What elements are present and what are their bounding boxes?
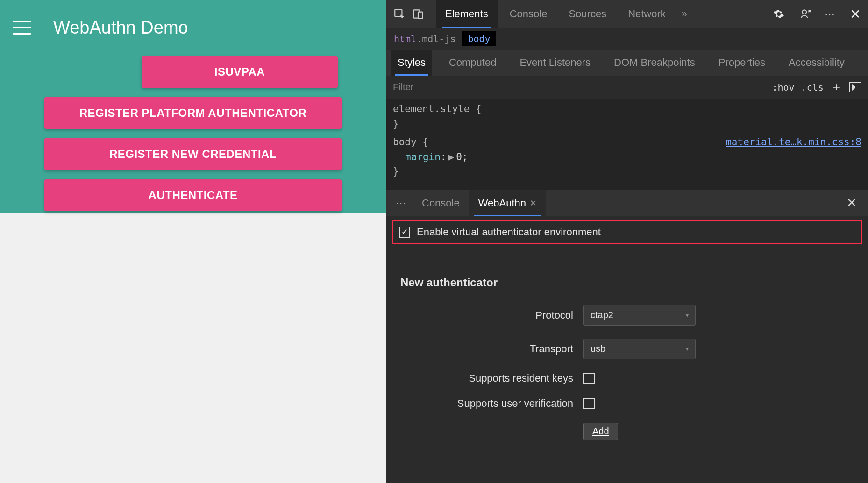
enable-virtual-authenticator-label: Enable virtual authenticator environment	[417, 226, 601, 238]
close-devtools-icon[interactable]: ✕	[847, 6, 863, 22]
expand-shorthand-icon[interactable]: ▶	[448, 151, 455, 163]
styles-rules: element.style { } body { material.te…k.m…	[386, 99, 868, 190]
app-header: WebAuthn Demo ISUVPAA REGISTER PLATFORM …	[0, 0, 386, 213]
svg-point-3	[802, 10, 806, 14]
enable-virtual-authenticator-row: Enable virtual authenticator environment	[392, 220, 862, 244]
tab-network[interactable]: Network	[619, 0, 675, 28]
devtools-top-right: ⋯ ✕	[770, 6, 863, 22]
settings-icon[interactable]	[770, 6, 787, 22]
webauthn-panel: Enable virtual authenticator environment…	[386, 216, 868, 483]
button-stack: ISUVPAA REGISTER PLATFORM AUTHENTICATOR …	[0, 56, 386, 211]
css-property[interactable]: margin	[405, 151, 441, 163]
breadcrumb-html[interactable]: html.mdl-js	[394, 33, 455, 44]
toggle-computed-sidebar-icon[interactable]	[849, 82, 861, 92]
webauthn-demo-app: WebAuthn Demo ISUVPAA REGISTER PLATFORM …	[0, 0, 386, 483]
menu-icon[interactable]	[13, 21, 31, 35]
app-title-row: WebAuthn Demo	[0, 11, 386, 44]
drawer-more-icon[interactable]: ⋯	[391, 197, 413, 209]
rule-body[interactable]: body { material.te…k.min.css:8 margin:▶0…	[393, 135, 861, 179]
isuvpaa-button[interactable]: ISUVPAA	[142, 56, 338, 88]
user-verification-checkbox[interactable]	[583, 398, 595, 409]
devtools-drawer: ⋯ Console WebAuthn ✕ ✕ Enable virtual au…	[386, 190, 868, 483]
chevron-down-icon: ▾	[686, 346, 689, 352]
transport-select[interactable]: usb ▾	[583, 339, 696, 359]
close-drawer-icon[interactable]: ✕	[840, 196, 863, 210]
svg-rect-2	[418, 12, 423, 19]
device-toolbar-icon[interactable]	[410, 6, 427, 22]
rule-element-style[interactable]: element.style { }	[393, 102, 861, 131]
subtab-properties[interactable]: Properties	[712, 50, 772, 76]
tab-sources[interactable]: Sources	[559, 0, 616, 28]
add-row: Add	[400, 423, 854, 440]
breadcrumb-html-class: .mdl-js	[416, 33, 455, 44]
cls-toggle[interactable]: .cls	[801, 82, 824, 93]
new-authenticator-title: New authenticator	[400, 276, 854, 289]
hov-toggle[interactable]: :hov	[772, 82, 794, 93]
rule-close: }	[393, 164, 861, 179]
styles-filter-row: :hov .cls +	[386, 76, 868, 99]
drawer-tab-webauthn[interactable]: WebAuthn ✕	[469, 190, 546, 216]
elements-subtabs: Styles Computed Event Listeners DOM Brea…	[386, 50, 868, 76]
new-authenticator-form: New authenticator Protocol ctap2 ▾ Trans…	[386, 276, 868, 453]
app-title: WebAuthn Demo	[53, 18, 188, 38]
user-verification-label: Supports user verification	[400, 398, 573, 410]
breadcrumb-body[interactable]: body	[462, 31, 496, 46]
add-authenticator-button[interactable]: Add	[583, 423, 618, 440]
tab-elements[interactable]: Elements	[436, 0, 498, 28]
devtools-main-tabs: Elements Console Sources Network »	[436, 0, 691, 28]
register-platform-authenticator-button[interactable]: REGISTER PLATFORM AUTHENTICATOR	[44, 97, 342, 129]
resident-keys-row: Supports resident keys	[400, 372, 854, 384]
new-style-rule-icon[interactable]: +	[830, 80, 843, 94]
more-options-icon[interactable]: ⋯	[825, 8, 836, 20]
feedback-icon[interactable]	[797, 6, 814, 22]
protocol-row: Protocol ctap2 ▾	[400, 305, 854, 326]
drawer-tab-webauthn-label: WebAuthn	[478, 190, 526, 216]
rule-body-props: margin:▶0;	[393, 150, 861, 165]
transport-label: Transport	[400, 343, 573, 355]
subtab-event-listeners[interactable]: Event Listeners	[513, 50, 597, 76]
drawer-tabs: ⋯ Console WebAuthn ✕ ✕	[386, 190, 868, 216]
more-tabs-icon[interactable]: »	[678, 0, 691, 28]
transport-value: usb	[591, 343, 605, 354]
user-verification-row: Supports user verification	[400, 398, 854, 410]
rule-close: }	[393, 117, 861, 132]
protocol-value: ctap2	[591, 310, 613, 320]
tab-console[interactable]: Console	[500, 0, 557, 28]
resident-keys-label: Supports resident keys	[400, 372, 573, 384]
close-tab-icon[interactable]: ✕	[530, 190, 537, 216]
devtools-panel: Elements Console Sources Network » ⋯ ✕	[386, 0, 868, 483]
chevron-down-icon: ▾	[686, 312, 689, 319]
inspect-element-icon[interactable]	[391, 6, 408, 22]
dom-breadcrumb: html.mdl-js body	[386, 28, 868, 50]
drawer-tab-console[interactable]: Console	[413, 190, 469, 216]
styles-filter-input[interactable]	[393, 82, 765, 92]
subtab-accessibility[interactable]: Accessibility	[782, 50, 851, 76]
rule-selector: body {	[393, 135, 428, 150]
transport-row: Transport usb ▾	[400, 339, 854, 359]
authenticate-button[interactable]: AUTHENTICATE	[44, 179, 342, 211]
subtab-styles[interactable]: Styles	[391, 50, 432, 76]
protocol-select[interactable]: ctap2 ▾	[583, 305, 696, 326]
subtab-dom-breakpoints[interactable]: DOM Breakpoints	[607, 50, 702, 76]
breadcrumb-html-tag: html	[394, 33, 416, 44]
rule-source-link[interactable]: material.te…k.min.css:8	[726, 135, 861, 150]
rule-selector: element.style {	[393, 102, 861, 117]
register-new-credential-button[interactable]: REGISTER NEW CREDENTIAL	[44, 138, 342, 170]
resident-keys-checkbox[interactable]	[583, 373, 595, 384]
subtab-computed[interactable]: Computed	[442, 50, 503, 76]
protocol-label: Protocol	[400, 309, 573, 321]
devtools-top-bar: Elements Console Sources Network » ⋯ ✕	[386, 0, 868, 28]
enable-virtual-authenticator-checkbox[interactable]	[399, 227, 410, 238]
css-value[interactable]: 0	[456, 151, 462, 163]
